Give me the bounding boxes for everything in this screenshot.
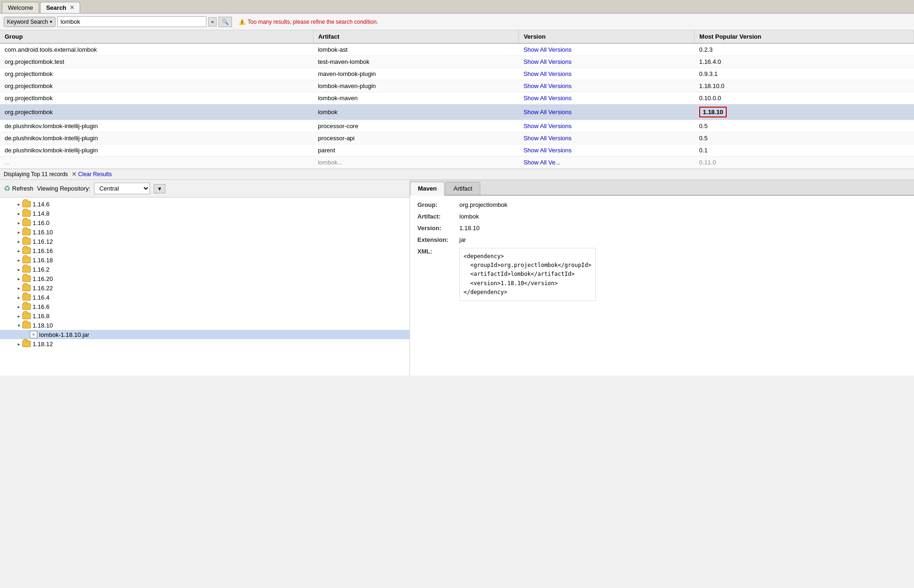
cell-group: org.projectlombok (0, 104, 313, 120)
tree-item-label: 1.16.6 (33, 303, 49, 310)
display-count: Displaying Top 11 records (4, 171, 68, 178)
clear-results-button[interactable]: ✕ Clear Results (72, 171, 112, 178)
show-all-versions-link[interactable]: Show All Ve... (524, 159, 561, 166)
repo-dropdown-button[interactable]: ▼ (154, 184, 165, 193)
cell-version[interactable]: Show All Versions (519, 43, 695, 56)
folder-icon (22, 303, 31, 310)
search-input[interactable] (57, 16, 206, 27)
tree-toggle-icon[interactable]: ▸ (15, 247, 22, 254)
show-all-versions-link[interactable]: Show All Versions (524, 82, 572, 89)
tree-toggle-icon[interactable] (22, 331, 30, 338)
tree-item[interactable]: ▸1.16.22 (0, 283, 409, 293)
keyword-search-dropdown[interactable]: Keyword Search (4, 17, 55, 27)
tree-toggle-icon[interactable]: ▸ (15, 312, 22, 320)
tree-item[interactable]: ▸1.14.6 (0, 199, 409, 209)
table-row[interactable]: de.plushnikov.lombok-intellij-pluginproc… (0, 132, 914, 144)
table-row[interactable]: org.projectlomboklombok-mavenShow All Ve… (0, 92, 914, 104)
tree-item[interactable]: ▸1.16.16 (0, 246, 409, 255)
tree-toggle-icon[interactable]: ▸ (15, 228, 22, 236)
tree-item[interactable]: ▾1.18.10 (0, 321, 409, 330)
show-all-versions-link[interactable]: Show All Versions (524, 123, 572, 130)
tab-search[interactable]: Search ✕ (40, 2, 80, 13)
tree-toggle-icon[interactable]: ▸ (15, 284, 22, 292)
tab-maven-label: Maven (418, 185, 437, 192)
right-panel: Maven Artifact Group: org.projectlombok … (410, 180, 914, 376)
table-row[interactable]: de.plushnikov.lombok-intellij-pluginproc… (0, 120, 914, 132)
cell-group: org.projectlombok (0, 92, 313, 104)
tab-artifact[interactable]: Artifact (445, 182, 480, 195)
table-row[interactable]: org.projectlomboklombokShow All Versions… (0, 104, 914, 120)
detail-label-extension: Extension: (417, 236, 459, 243)
tree-toggle-icon[interactable]: ▸ (15, 266, 22, 273)
cell-version[interactable]: Show All Ve... (519, 157, 695, 169)
folder-icon (22, 229, 31, 235)
tree-item[interactable]: ▸1.14.8 (0, 209, 409, 218)
tree-toggle-icon[interactable]: ▸ (15, 294, 22, 301)
tree-item[interactable]: ▸1.16.10 (0, 227, 409, 237)
tree-item[interactable]: ▸1.16.2 (0, 265, 409, 274)
tree-item-label: 1.16.12 (33, 238, 53, 245)
show-all-versions-link[interactable]: Show All Versions (524, 46, 572, 53)
show-all-versions-link[interactable]: Show All Versions (524, 70, 572, 77)
tree-toggle-icon[interactable]: ▾ (15, 321, 22, 329)
tree-toggle-icon[interactable]: ▸ (15, 303, 22, 310)
repo-select[interactable]: Central (94, 183, 150, 194)
cell-version[interactable]: Show All Versions (519, 104, 695, 120)
table-row[interactable]: org.projectlombok.testtest-maven-lombokS… (0, 56, 914, 68)
tree-item[interactable]: ▸1.16.8 (0, 311, 409, 321)
tab-artifact-label: Artifact (453, 185, 472, 192)
table-row[interactable]: de.plushnikov.lombok-intellij-pluginpare… (0, 144, 914, 157)
tree-toggle-icon[interactable]: ▸ (15, 256, 22, 264)
cell-group: de.plushnikov.lombok-intellij-plugin (0, 120, 313, 132)
search-clear-button[interactable]: × (208, 17, 217, 27)
tree-item-label: 1.16.2 (33, 266, 49, 273)
tree-item[interactable]: ▸1.16.0 (0, 218, 409, 227)
table-row[interactable]: org.projectlomboklombok-maven-pluginShow… (0, 80, 914, 92)
tree-toggle-icon[interactable]: ▸ (15, 340, 22, 348)
cell-most-popular: 0.5 (695, 120, 914, 132)
cell-artifact: test-maven-lombok (313, 56, 518, 68)
keyword-search-label: Keyword Search (7, 19, 48, 25)
cell-version[interactable]: Show All Versions (519, 132, 695, 144)
tree-item[interactable]: ▸1.16.4 (0, 293, 409, 302)
tab-search-close[interactable]: ✕ (70, 5, 74, 11)
table-row[interactable]: org.projectlombokmaven-lombok-pluginShow… (0, 68, 914, 80)
table-row[interactable]: ...lombok...Show All Ve...0.11.0 (0, 157, 914, 169)
warning-text: Too many results, please refine the sear… (247, 19, 378, 25)
refresh-button[interactable]: ♻ Refresh (4, 184, 34, 193)
tree-toggle-icon[interactable]: ▸ (15, 219, 22, 226)
clear-results-label: Clear Results (78, 171, 112, 178)
cell-artifact: parent (313, 144, 518, 157)
show-all-versions-link[interactable]: Show All Versions (524, 147, 572, 154)
tree-toggle-icon[interactable]: ▸ (15, 275, 22, 282)
tree-container: ▸1.14.6▸1.14.8▸1.16.0▸1.16.10▸1.16.12▸1.… (0, 198, 409, 376)
detail-row-extension: Extension: jar (417, 236, 907, 243)
show-all-versions-link[interactable]: Show All Versions (524, 109, 572, 116)
cell-version[interactable]: Show All Versions (519, 92, 695, 104)
tree-toggle-icon[interactable]: ▸ (15, 200, 22, 208)
folder-icon (22, 238, 31, 245)
cell-version[interactable]: Show All Versions (519, 56, 695, 68)
status-bar: Displaying Top 11 records ✕ Clear Result… (0, 169, 914, 180)
tree-item[interactable]: ▸1.16.6 (0, 302, 409, 311)
tree-item[interactable]: ▸1.18.12 (0, 339, 409, 349)
tree-item[interactable]: ▸1.16.18 (0, 255, 409, 265)
cell-group: org.projectlombok (0, 68, 313, 80)
tree-item[interactable]: ≡lombok-1.18.10.jar (0, 330, 409, 339)
cell-version[interactable]: Show All Versions (519, 144, 695, 157)
table-row[interactable]: com.android.tools.external.lomboklombok-… (0, 43, 914, 56)
tree-item[interactable]: ▸1.16.12 (0, 237, 409, 246)
tab-welcome[interactable]: Welcome (2, 2, 39, 13)
tab-bar: Welcome Search ✕ (0, 0, 914, 14)
cell-version[interactable]: Show All Versions (519, 120, 695, 132)
search-go-button[interactable]: 🔍 (218, 17, 232, 27)
cell-version[interactable]: Show All Versions (519, 68, 695, 80)
show-all-versions-link[interactable]: Show All Versions (524, 95, 572, 102)
show-all-versions-link[interactable]: Show All Versions (524, 58, 572, 65)
show-all-versions-link[interactable]: Show All Versions (524, 135, 572, 142)
cell-version[interactable]: Show All Versions (519, 80, 695, 92)
tab-maven[interactable]: Maven (410, 182, 444, 196)
tree-toggle-icon[interactable]: ▸ (15, 210, 22, 217)
tree-item[interactable]: ▸1.16.20 (0, 274, 409, 283)
tree-toggle-icon[interactable]: ▸ (15, 238, 22, 245)
